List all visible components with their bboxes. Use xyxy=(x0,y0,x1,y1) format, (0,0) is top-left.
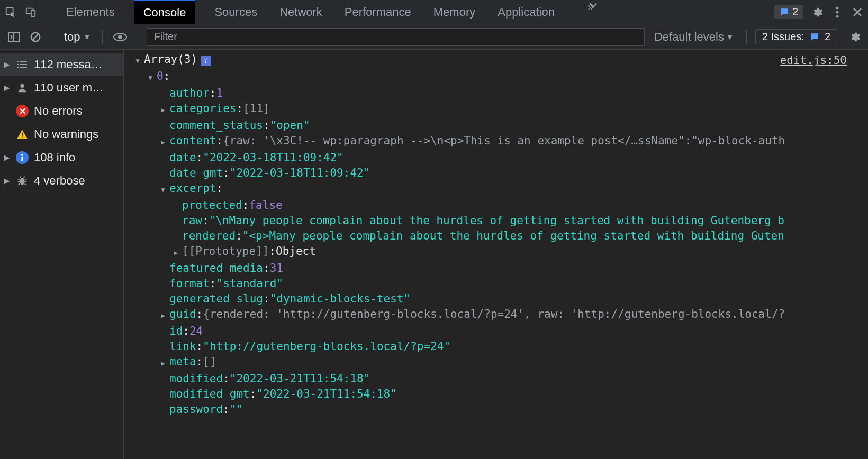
warning-icon xyxy=(16,128,29,141)
svg-rect-14 xyxy=(22,157,23,161)
expand-toggle[interactable] xyxy=(171,245,180,261)
expand-toggle[interactable] xyxy=(159,356,167,371)
issues-button[interactable]: 2 Issues: 2 xyxy=(755,29,837,44)
divider xyxy=(746,30,747,44)
prop-key: modified_gmt xyxy=(169,387,250,402)
prop-value: Object xyxy=(276,244,316,259)
prop-key: categories xyxy=(169,101,236,116)
issues-label: 2 Issues: xyxy=(762,31,804,43)
prop-value: "2022-03-18T11:09:42" xyxy=(230,166,370,181)
console-toolbar: top ▼ Default levels ▼ 2 Issues: 2 xyxy=(0,24,868,50)
sidebar-toggle-icon[interactable] xyxy=(5,24,22,49)
prop-key: id xyxy=(169,324,183,339)
expand-toggle[interactable] xyxy=(159,135,167,150)
chevron-right-icon: ▶ xyxy=(3,83,11,93)
prop-value: "2022-03-21T11:54:18" xyxy=(230,371,370,387)
tab-elements[interactable]: Elements xyxy=(63,0,118,24)
sidebar-item-errors[interactable]: ▶ ✕ No errors xyxy=(0,99,123,123)
prop-value: 1 xyxy=(216,86,223,101)
prop-key: raw xyxy=(182,213,202,228)
prop-key: password xyxy=(169,402,223,417)
bug-icon xyxy=(16,175,29,187)
expand-toggle[interactable] xyxy=(159,103,167,118)
tab-performance[interactable]: Performance xyxy=(341,0,414,24)
prop-key: comment_status xyxy=(169,118,263,133)
live-expression-icon[interactable] xyxy=(111,24,129,49)
svg-point-13 xyxy=(21,154,23,156)
prop-value: "2022-03-21T11:54:18" xyxy=(256,387,397,402)
more-tabs-icon[interactable]: » xyxy=(584,0,597,13)
chat-icon xyxy=(810,32,819,42)
sidebar-item-user-messages[interactable]: ▶ 110 user m… xyxy=(0,76,123,99)
issues-count: 2 xyxy=(825,31,830,43)
tab-memory[interactable]: Memory xyxy=(430,0,478,24)
kebab-icon[interactable] xyxy=(831,6,844,19)
source-link[interactable]: edit.js:50 xyxy=(780,53,847,68)
svg-rect-11 xyxy=(22,132,23,135)
log-levels-select[interactable]: Default levels ▼ xyxy=(650,30,738,44)
device-toggle-icon[interactable] xyxy=(24,6,37,19)
prop-key: meta xyxy=(169,354,196,370)
gear-icon[interactable] xyxy=(811,6,824,19)
divider xyxy=(102,30,103,44)
prop-value: "<p>Many people complain about the hurdl… xyxy=(242,228,784,244)
chevron-down-icon: ▼ xyxy=(726,33,734,41)
chevron-right-icon: ▶ xyxy=(3,176,11,186)
chevron-down-icon: ▼ xyxy=(84,33,91,41)
prop-value: "standard" xyxy=(216,276,283,291)
expand-toggle[interactable] xyxy=(146,70,155,86)
info-badge-icon[interactable]: i xyxy=(201,56,211,66)
sidebar-item-messages[interactable]: ▶ 112 messa… xyxy=(0,53,123,76)
svg-point-10 xyxy=(20,84,24,88)
prop-key: author xyxy=(169,86,210,101)
svg-point-5 xyxy=(836,15,839,17)
svg-rect-12 xyxy=(22,137,23,138)
sidebar-item-label: 108 info xyxy=(34,151,75,164)
expand-toggle[interactable] xyxy=(159,182,167,198)
error-icon: ✕ xyxy=(16,105,29,117)
console-settings-icon[interactable] xyxy=(847,24,863,49)
prop-value: {rendered: 'http://gutenberg-blocks.loca… xyxy=(203,307,785,322)
log-levels-label: Default levels xyxy=(654,30,724,44)
console-object[interactable]: Array(3)i 0: author: 1 categories: [11] … xyxy=(124,52,868,417)
prop-value: false xyxy=(249,198,282,213)
tab-console[interactable]: Console xyxy=(134,0,196,24)
messages-badge[interactable]: 2 xyxy=(774,5,803,19)
list-icon xyxy=(16,58,29,71)
object-index: 0 xyxy=(157,69,164,84)
sidebar-item-info[interactable]: ▶ 108 info xyxy=(0,146,123,169)
expand-toggle[interactable] xyxy=(159,308,167,324)
filter-input[interactable] xyxy=(147,28,644,46)
sidebar-item-warnings[interactable]: ▶ No warnings xyxy=(0,123,123,146)
prop-value: "open" xyxy=(270,118,310,133)
array-header: Array(3) xyxy=(144,52,197,67)
prop-value: "dynamic-blocks-test" xyxy=(270,291,411,307)
prop-key: date_gmt xyxy=(169,166,223,181)
close-icon[interactable] xyxy=(851,6,864,19)
divider xyxy=(52,30,52,44)
svg-point-3 xyxy=(836,6,839,9)
divider xyxy=(49,5,49,19)
console-output: edit.js:50 Array(3)i 0: author: 1 catego… xyxy=(124,50,868,459)
tab-network[interactable]: Network xyxy=(276,0,326,24)
inspect-icon[interactable] xyxy=(4,6,17,19)
sidebar-item-verbose[interactable]: ▶ 4 verbose xyxy=(0,169,123,192)
context-select[interactable]: top ▼ xyxy=(61,30,94,44)
user-icon xyxy=(16,81,29,94)
prop-value: "" xyxy=(230,402,243,417)
tab-sources[interactable]: Sources xyxy=(211,0,260,24)
chevron-right-icon: ▶ xyxy=(3,60,11,69)
prop-value: 31 xyxy=(270,261,283,276)
svg-point-9 xyxy=(118,35,122,39)
svg-rect-2 xyxy=(31,10,35,16)
expand-toggle[interactable] xyxy=(133,53,142,69)
prop-key: protected xyxy=(182,198,242,213)
prop-key: link xyxy=(169,339,196,354)
chevron-right-icon: ▶ xyxy=(3,153,11,162)
prop-value: 24 xyxy=(189,324,203,339)
prop-key: generated_slug xyxy=(169,291,263,307)
prop-value: "\nMany people complain about the hurdle… xyxy=(209,213,784,228)
tab-application[interactable]: Application xyxy=(494,0,558,24)
prop-key: rendered xyxy=(182,228,236,244)
clear-console-icon[interactable] xyxy=(28,24,43,49)
